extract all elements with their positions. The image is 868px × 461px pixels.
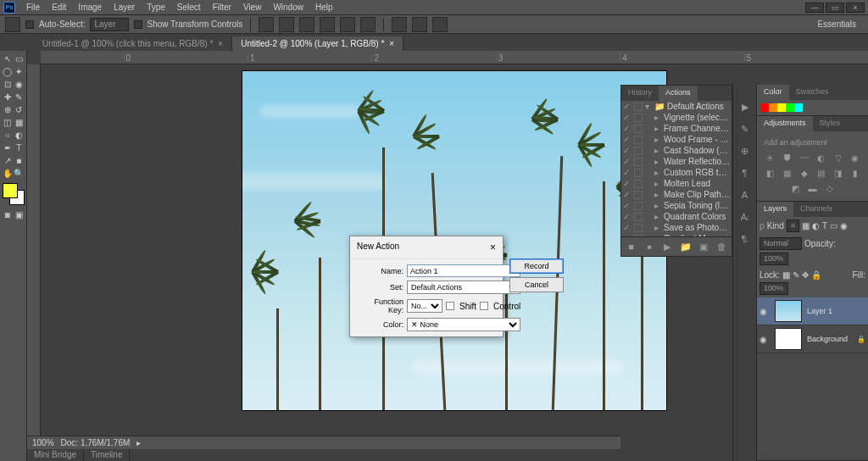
ruler-horizontal[interactable]: 012345 (41, 51, 868, 64)
zoom-level[interactable]: 100% (32, 438, 54, 447)
align-icon-3[interactable] (299, 17, 314, 32)
clone-source-icon[interactable]: ⊕ (737, 144, 753, 158)
new-folder-icon[interactable]: 📁 (678, 240, 693, 253)
paragraph-styles-icon[interactable]: ¶ᵢ (737, 232, 753, 246)
actions-tab[interactable]: Actions (659, 86, 698, 101)
threshold-icon[interactable]: ◩ (790, 184, 802, 194)
hand-tool[interactable]: ✋ (2, 167, 14, 180)
align-icon-2[interactable] (279, 17, 294, 32)
blur-tool[interactable]: ○ (2, 129, 14, 142)
stamp-tool[interactable]: ⊕ (2, 103, 14, 116)
filter-icon[interactable]: ▦ (802, 221, 810, 230)
swatches-tab[interactable]: Swatches (789, 85, 836, 100)
color-lookup-icon[interactable]: ▤ (815, 169, 827, 179)
menu-file[interactable]: File (20, 1, 46, 14)
action-item[interactable]: ✓▸Vignette (selection) (621, 112, 732, 123)
eraser-tool[interactable]: ◫ (2, 116, 14, 129)
zoom-tool[interactable]: 🔍 (14, 167, 25, 180)
action-item[interactable]: ✓▸Save as Photoshop PDF (621, 222, 732, 233)
distribute-icon-1[interactable] (392, 17, 407, 32)
curves-icon[interactable]: 〰 (798, 153, 810, 164)
close-tab-icon[interactable]: × (389, 39, 394, 48)
close-button[interactable]: × (846, 3, 865, 13)
play-action-icon[interactable]: ▶ (660, 240, 675, 253)
control-checkbox[interactable] (480, 302, 488, 310)
pen-tool[interactable]: ✒ (2, 142, 14, 154)
align-icon-1[interactable] (259, 17, 274, 32)
ruler-vertical[interactable] (27, 64, 41, 461)
path-tool[interactable]: ↗ (2, 154, 14, 167)
kind-filter[interactable]: ≡ (787, 219, 799, 232)
menu-edit[interactable]: Edit (46, 1, 72, 14)
marquee-tool[interactable]: ▭ (14, 53, 25, 65)
action-item[interactable]: ✓▸Gradient Map (621, 233, 732, 236)
menu-view[interactable]: View (237, 1, 268, 14)
close-tab-icon[interactable]: × (218, 39, 223, 48)
action-item[interactable]: ✓▸Frame Channel - 50 pixel (621, 123, 732, 134)
photo-filter-icon[interactable]: ▦ (782, 169, 793, 179)
color-select[interactable]: ✕ None (407, 318, 520, 331)
document-tab[interactable]: Untitled-1 @ 100% (click this menu, RGB/… (34, 36, 232, 51)
layer-name[interactable]: Background (807, 335, 848, 343)
menu-type[interactable]: Type (141, 1, 171, 14)
set-select[interactable]: Default Actions (407, 280, 520, 294)
document-tab-active[interactable]: Untitled-2 @ 100% (Layer 1, RGB/8) * × (232, 36, 403, 51)
record-icon[interactable]: ● (642, 240, 656, 253)
layers-tab[interactable]: Layers (757, 202, 793, 217)
menu-help[interactable]: Help (309, 1, 339, 14)
action-item[interactable]: ✓▸Make Clip Path (selection) (621, 189, 732, 200)
align-icon-5[interactable] (340, 17, 355, 32)
layer-name[interactable]: Layer 1 (807, 307, 832, 315)
action-item[interactable]: ✓▸Cast Shadow (type) (621, 145, 732, 156)
layer-row[interactable]: ◉ Layer 1 (757, 297, 868, 325)
dodge-tool[interactable]: ◐ (14, 129, 25, 142)
channels-tab[interactable]: Channels (793, 202, 839, 217)
name-input[interactable] (407, 264, 520, 277)
move-tool[interactable]: ↖ (2, 53, 14, 65)
layer-thumbnail[interactable] (775, 328, 802, 350)
paragraph-icon[interactable]: A (737, 188, 753, 202)
shift-checkbox[interactable] (446, 302, 454, 310)
show-transform-checkbox[interactable] (134, 20, 142, 29)
lock-all-icon[interactable]: 🔒 (811, 270, 821, 280)
type-tool[interactable]: T (14, 142, 25, 154)
character-styles-icon[interactable]: Aᵢ (737, 210, 753, 224)
action-item[interactable]: ✓▸Custom RGB to Grayscale (621, 167, 732, 178)
heal-tool[interactable]: ✚ (2, 91, 14, 103)
cancel-button[interactable]: Cancel (509, 277, 564, 292)
lock-transparency-icon[interactable]: ▦ (782, 270, 790, 280)
new-action-icon[interactable]: ▣ (696, 240, 710, 253)
bw-icon[interactable]: ◧ (765, 169, 776, 179)
fkey-select[interactable]: No... (407, 299, 442, 313)
align-icon-6[interactable] (360, 17, 376, 32)
styles-tab[interactable]: Styles (813, 116, 848, 131)
levels-icon[interactable]: ⛊ (782, 153, 793, 164)
hue-icon[interactable]: ◉ (849, 153, 861, 164)
brush-tool[interactable]: ✎ (14, 91, 25, 103)
action-item[interactable]: ✓▸Molten Lead (621, 178, 732, 189)
menu-window[interactable]: Window (267, 1, 309, 14)
maximize-button[interactable]: ▭ (826, 3, 844, 13)
action-item[interactable]: ✓▸Wood Frame - 50 pixel (621, 134, 732, 145)
mini-bridge-tab[interactable]: Mini Bridge (27, 449, 84, 461)
history-brush[interactable]: ↺ (14, 103, 25, 116)
action-item[interactable]: ✓▸Quadrant Colors (621, 211, 732, 222)
lock-pixels-icon[interactable]: ✎ (793, 270, 799, 280)
blend-mode[interactable]: Normal (760, 237, 802, 250)
fill-input[interactable]: 100% (760, 282, 788, 295)
distribute-icon-2[interactable] (412, 17, 427, 32)
brightness-icon[interactable]: ☀ (765, 153, 776, 164)
menu-image[interactable]: Image (72, 1, 108, 14)
visibility-icon[interactable]: ◉ (760, 335, 770, 344)
timeline-tab[interactable]: Timeline (84, 449, 130, 461)
filter-icon[interactable]: ◐ (812, 221, 820, 230)
action-item[interactable]: ✓▸Water Reflection (type) (621, 156, 732, 167)
quickmask-tool[interactable]: ◙ (2, 208, 14, 221)
action-folder[interactable]: ✓▾📁Default Actions (621, 101, 732, 112)
filter-icon[interactable]: T (822, 221, 827, 230)
color-ramp[interactable] (760, 103, 865, 112)
play-icon[interactable]: ▶ (737, 100, 753, 114)
distribute-icon-3[interactable] (432, 17, 448, 32)
exposure-icon[interactable]: ◐ (815, 153, 827, 164)
eyedropper-tool[interactable]: ◉ (14, 78, 25, 91)
